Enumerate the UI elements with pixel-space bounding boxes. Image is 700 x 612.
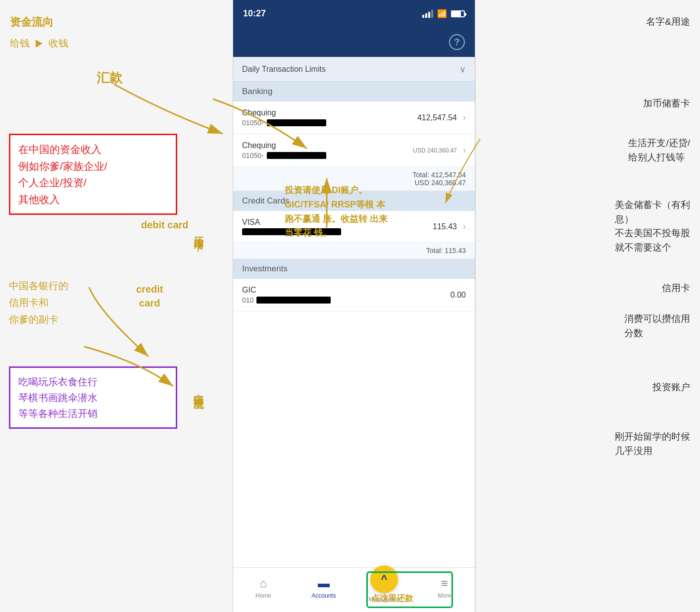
- dtl-chevron-icon: ∨: [459, 64, 466, 75]
- right-annotation-title: 名字&用途: [646, 15, 690, 29]
- banking-title: Banking: [242, 87, 272, 96]
- balance-block-2: USD 240,360.47: [413, 147, 457, 154]
- gic-account-name: GIC: [242, 286, 331, 295]
- china-bank-label: 中国各银行的信用卡和你爹的副卡: [9, 277, 68, 328]
- fund-flow-section: 资金流向 给钱 收钱: [10, 15, 68, 50]
- banking-section-header: Banking: [233, 82, 475, 102]
- credit-totals: Total: 115.43: [233, 243, 475, 259]
- purple-box-annotation: 吃喝玩乐衣食住行琴棋书画跳伞潜水等等各种生活开销: [9, 366, 177, 429]
- daily-transaction-limits-label: Daily Transaction Limits: [242, 65, 326, 74]
- bottom-nav: ⌂ Home ▬ Accounts ^ Move Money ≡ More: [233, 567, 475, 612]
- right-annotation-credit: 信用卡: [662, 281, 690, 296]
- more-icon: ≡: [441, 576, 448, 590]
- accounts-scroll-area[interactable]: Banking Chequing 01050- 412,547.54 › Che…: [233, 82, 475, 567]
- investments-title: Investments: [242, 264, 288, 273]
- account-right-1: 412,547.54 ›: [417, 112, 466, 123]
- right-annotation-study: 刚开始留学的时候几乎没用: [615, 430, 690, 458]
- more-label: More: [438, 592, 451, 599]
- move-money-label-area: Move Money: [369, 596, 400, 602]
- app-header: ?: [233, 27, 475, 57]
- credit-total-1: Total: 115.43: [242, 247, 466, 255]
- status-time: 10:27: [243, 8, 266, 19]
- gic-account-row[interactable]: GIC 010 0.00: [233, 279, 475, 311]
- wifi-icon: 📶: [437, 9, 447, 18]
- phone-container: 10:27 📶 ? Daily Transaction Limits ∨ Ban…: [233, 0, 475, 612]
- right-panel: 名字&用途 加币储蓄卡 生活开支/还贷/给别人打钱等 美金储蓄卡（有利息）不去美…: [475, 0, 700, 612]
- credit-card-label: creditcard: [136, 282, 163, 310]
- home-label: Home: [255, 592, 271, 599]
- visa-account-right: 115.43 ›: [433, 221, 466, 232]
- move-money-circle[interactable]: ^: [370, 565, 398, 593]
- account-left-1: Chequing 01050-: [242, 108, 326, 127]
- red-box-annotation: 在中国的资金收入例如你爹/家族企业/个人企业/投资/其他收入: [9, 134, 177, 215]
- vertical-label-qugebiwan: 去隔壁玩: [192, 386, 205, 394]
- banking-total-1: Total: 412,547.54: [242, 171, 466, 179]
- account-right-2: USD 240,360.47 ›: [413, 145, 466, 155]
- purple-box-text: 吃喝玩乐衣食住行琴棋书画跳伞潜水等等各种生活开销: [18, 374, 168, 421]
- credit-cards-title: Credit Cards: [242, 196, 289, 205]
- currency-label-2: USD 240,360.47: [413, 147, 457, 154]
- chequing-account-row-1[interactable]: Chequing 01050- 412,547.54 ›: [233, 102, 475, 134]
- right-annotation-investment: 投资账户: [652, 380, 690, 395]
- chequing-account-row-2[interactable]: Chequing 01050- USD 240,360.47 ›: [233, 134, 475, 167]
- help-button[interactable]: ?: [449, 34, 465, 50]
- right-annotation-points: 消费可以攒信用分数: [624, 312, 690, 340]
- right-annotation-living: 生活开支/还贷/给别人打钱等: [628, 136, 690, 164]
- gic-balance: 0.00: [450, 291, 466, 300]
- battery-icon: [451, 10, 465, 17]
- account-number-2: 01050-: [242, 152, 326, 159]
- account-name-1: Chequing: [242, 108, 326, 117]
- chevron-right-icon-2: ›: [463, 145, 466, 155]
- red-box-text: 在中国的资金收入例如你爹/家族企业/个人企业/投资/其他收入: [18, 141, 168, 207]
- chevron-right-icon-1: ›: [463, 112, 466, 123]
- gic-number-redacted: [256, 297, 331, 304]
- give-label: 给钱: [10, 37, 30, 50]
- arrow-line: [36, 40, 43, 48]
- account-number-1: 01050-: [242, 119, 326, 127]
- gic-account-number: 010: [242, 296, 331, 304]
- gic-account-left: GIC 010: [242, 286, 331, 304]
- debit-card-label: debit card: [141, 218, 189, 232]
- gic-account-right: 0.00: [450, 291, 466, 300]
- move-money-chevron-icon: ^: [381, 573, 388, 586]
- status-icons: 📶: [422, 9, 465, 18]
- invest-annotation: 投资请使用 DI账户。 GIC/TFSA/ RRSP等根 本跑不赢通 胀。收益转…: [285, 183, 394, 240]
- fund-flow-title: 资金流向: [10, 15, 68, 30]
- visa-balance: 115.43: [433, 222, 457, 231]
- nav-move-money[interactable]: ^ Move Money: [354, 573, 414, 602]
- receive-label: 收钱: [49, 37, 68, 50]
- account-number-redacted-1: [267, 119, 326, 126]
- chevron-right-icon-visa: ›: [463, 221, 466, 232]
- move-money-label: Move Money: [369, 596, 400, 602]
- nav-accounts[interactable]: ▬ Accounts: [294, 576, 354, 599]
- right-annotation-usd: 美金储蓄卡（有利息）不去美国不投每股就不需要这个: [615, 198, 690, 255]
- home-icon: ⌂: [260, 576, 267, 590]
- daily-transaction-limits-bar[interactable]: Daily Transaction Limits ∨: [233, 57, 475, 82]
- accounts-label: Accounts: [311, 592, 336, 599]
- account-left-2: Chequing 01050-: [242, 141, 326, 159]
- vertical-label-huanxinyongka: 还信用卡: [192, 228, 205, 236]
- signal-bars-icon: [422, 10, 433, 18]
- left-panel: 资金流向 给钱 收钱 汇款 在中国的资金收入例如你爹/家族企业/个人企业/投资/…: [0, 0, 233, 612]
- account-name-2: Chequing: [242, 141, 326, 150]
- nav-more[interactable]: ≡ More: [414, 576, 475, 599]
- fund-flow-arrow-row: 给钱 收钱: [10, 37, 68, 50]
- account-number-redacted-2: [267, 152, 326, 159]
- nav-home[interactable]: ⌂ Home: [233, 576, 294, 599]
- huikuan-label: 汇款: [97, 69, 122, 87]
- status-bar: 10:27 📶: [233, 0, 475, 27]
- account-balance-1: 412,547.54: [417, 113, 457, 122]
- investments-section-header: Investments: [233, 259, 475, 279]
- accounts-icon: ▬: [318, 576, 330, 590]
- right-annotation-savings: 加币储蓄卡: [643, 97, 690, 111]
